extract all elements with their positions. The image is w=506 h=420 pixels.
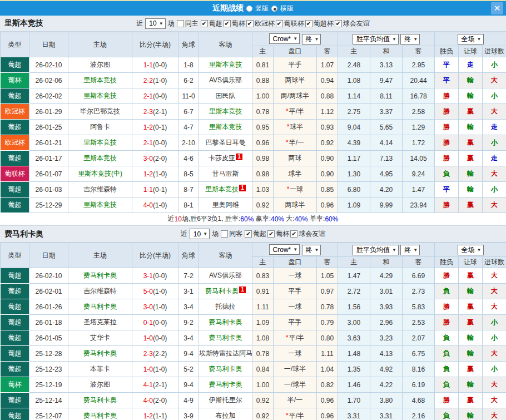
league-filter-葡超杯[interactable]: 葡超杯: [305, 19, 334, 28]
result-wdl: 勝: [435, 88, 459, 104]
away-team-name: 甘马雷斯: [212, 170, 239, 177]
mean-final-select[interactable]: 终▼: [400, 34, 420, 45]
result-handicap: 輸: [459, 377, 483, 393]
mean-final-select[interactable]: 终▼: [400, 245, 420, 255]
checkbox-checked-icon[interactable]: [245, 230, 252, 238]
home-team: 吉尔维森特: [68, 182, 132, 197]
result-wdl: 勝: [435, 120, 459, 135]
checkbox-checked-icon[interactable]: [224, 20, 231, 27]
home-odds: 0.91: [252, 284, 274, 299]
home-team-name: 里斯本竞技: [83, 154, 117, 162]
col-away: 客场: [199, 243, 252, 268]
checkbox-checked-icon[interactable]: [290, 230, 297, 238]
league-filter-葡联杯[interactable]: 葡联杯: [276, 19, 304, 28]
odds-final-select[interactable]: 终▼: [302, 245, 321, 255]
odds-final-select[interactable]: 终▼: [302, 34, 321, 45]
match-row: 葡超25-12-07费马利卡奥1-2(1-1)3-9布拉加0.92*平/半0.9…: [1, 408, 506, 420]
away-team-name: 里斯本竞技: [209, 61, 242, 68]
match-count-select[interactable]: 10▼: [145, 18, 165, 29]
checkbox-checked-icon[interactable]: [201, 20, 208, 27]
fulltime-score: 0-1: [143, 319, 153, 327]
full-match-select[interactable]: 全场▼: [458, 34, 484, 45]
match-score: 4-0(1-0): [132, 197, 178, 213]
away-odds: 0.85: [317, 182, 338, 197]
home-odds: 0.96: [252, 135, 274, 151]
col-type: 类型: [1, 243, 29, 268]
wdl-mean-select[interactable]: 胜平负均值▼: [353, 34, 399, 45]
checkbox-checked-icon[interactable]: [267, 230, 275, 238]
home-team-name: 费马利卡奥: [83, 412, 117, 419]
league-filter-葡超[interactable]: 葡超: [245, 229, 266, 239]
result-wdl: 負: [435, 284, 459, 299]
checkbox-checked-icon[interactable]: [276, 20, 283, 27]
corner-score: 9-2: [178, 315, 199, 330]
checkbox-unchecked-icon[interactable]: [221, 230, 228, 238]
halftime-score: (1-1): [153, 412, 167, 420]
corner-score: 3-4: [178, 330, 199, 346]
away-team-name: 里斯本竞技: [205, 185, 239, 193]
checkbox-checked-icon[interactable]: [335, 20, 342, 27]
result-handicap: 輸: [459, 284, 483, 299]
checkbox-checked-icon[interactable]: [305, 20, 312, 27]
match-score: 1-0(0-0): [132, 330, 178, 346]
mean-home-odds: 9.04: [338, 120, 370, 135]
sub-handicap: 盘口: [274, 257, 317, 268]
home-odds: 0.98: [252, 166, 274, 182]
match-row: 葡超25-12-23本菲卡1-0(1-0)5-2费马利卡奥0.84一/球半1.0…: [1, 362, 506, 377]
checkbox-checked-icon[interactable]: [246, 20, 254, 27]
result-handicap: 走: [459, 57, 483, 73]
halftime-score: (2-2): [153, 350, 167, 358]
away-team: 费马利卡奥: [199, 377, 252, 393]
home-team: 本菲卡: [68, 362, 132, 377]
league-filter-球会友谊[interactable]: 球会友谊: [335, 19, 370, 28]
vertical-layout-label[interactable]: 竖版: [255, 4, 269, 13]
away-team: 埃斯特雷拉达阿马多拉: [199, 346, 252, 362]
result-handicap: 赢: [459, 299, 483, 315]
home-team-name: 吉尔维森特: [83, 287, 117, 295]
handicap-line: 半/一: [274, 393, 317, 408]
handicap-line: 平手: [274, 284, 317, 299]
wdl-mean-select[interactable]: 胜平负均值▼: [353, 245, 399, 255]
home-odds: 1.03: [252, 182, 274, 197]
league-filter-葡杯[interactable]: 葡杯: [267, 229, 289, 239]
match-row: 欧冠杯26-01-21里斯本竞技2-1(0-0)2-10巴黎圣日耳曼0.96*半…: [1, 135, 506, 151]
away-team-name: 费马利卡奥: [205, 287, 239, 295]
mean-draw-odds: 5.65: [370, 120, 403, 135]
league-filter-葡杯[interactable]: 葡杯: [224, 19, 245, 28]
full-match-select[interactable]: 全场▼: [458, 245, 484, 255]
match-row: 葡超26-01-25阿鲁卡1-2(0-1)4-7里斯本竞技0.95*球半0.93…: [1, 120, 506, 135]
titlebar: 近期战绩 竖版 横版 ✕: [0, 0, 506, 16]
mean-home-odds: 1.17: [338, 151, 370, 166]
away-odds: 0.94: [317, 73, 338, 88]
checkbox-unchecked-icon[interactable]: [177, 20, 184, 27]
horizontal-layout-label[interactable]: 横版: [280, 4, 294, 13]
home-team-name: 圣塔克莱拉: [83, 318, 117, 326]
mean-away-odds: 4.68: [403, 393, 435, 408]
home-team-name: 里斯本竞技: [83, 139, 117, 146]
away-team: 里斯本竞技: [199, 120, 252, 135]
league-filter-欧冠杯[interactable]: 欧冠杯: [246, 19, 275, 28]
away-odds: 0.96: [317, 197, 338, 213]
halftime-score: (0-0): [153, 272, 167, 280]
match-count-select[interactable]: 10▼: [190, 229, 210, 239]
fulltime-score: 1-1: [143, 186, 153, 194]
handicap-text: 半/一: [287, 396, 302, 404]
league-type-badge: 葡超: [1, 408, 29, 420]
vertical-layout-radio[interactable]: [246, 6, 252, 12]
league-filter-葡超[interactable]: 葡超: [201, 19, 222, 28]
home-team-name: 本菲卡: [90, 365, 110, 373]
same-venue-filter[interactable]: 同主: [177, 19, 199, 28]
match-score: 1-2(1-1): [132, 408, 178, 420]
odds-source-select[interactable]: Crow*▼: [269, 33, 300, 44]
close-button[interactable]: ✕: [491, 2, 503, 14]
odds-source-select[interactable]: Crow*▼: [269, 244, 300, 255]
fulltime-score: 4-0: [143, 397, 153, 404]
match-date: 25-12-28: [29, 346, 68, 362]
same-venue-filter[interactable]: 同客: [221, 229, 242, 239]
match-score: 2-1(0-0): [132, 88, 178, 104]
chevron-down-icon: ▼: [392, 37, 396, 42]
league-filter-球会友谊[interactable]: 球会友谊: [290, 229, 325, 239]
match-score: 5-0(1-0): [132, 284, 178, 299]
horizontal-layout-radio[interactable]: [271, 6, 277, 12]
chevron-down-icon: ▼: [159, 21, 163, 26]
